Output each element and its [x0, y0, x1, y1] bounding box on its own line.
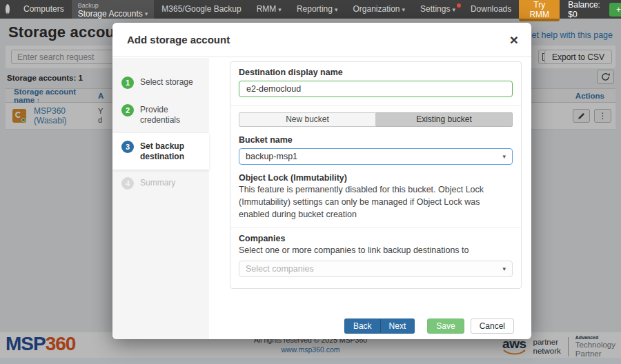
- caret-down-icon: ▾: [502, 153, 506, 160]
- caret-down-icon: ▾: [145, 10, 148, 17]
- display-name-label: Destination display name: [239, 68, 513, 77]
- companies-select[interactable]: Select companies ▾: [239, 261, 513, 277]
- step-number: 1: [121, 77, 134, 89]
- wizard-content: Destination display name New bucket Exis…: [209, 58, 531, 339]
- step-number: 3: [121, 141, 134, 153]
- modal-title: Add storage account: [127, 34, 230, 46]
- next-button[interactable]: Next: [381, 318, 415, 334]
- cancel-button[interactable]: Cancel: [471, 318, 514, 334]
- display-name-section: Destination display name: [230, 62, 521, 105]
- tab-existing-bucket[interactable]: Existing bucket: [376, 112, 513, 127]
- bucket-tabs: New bucket Existing bucket: [239, 112, 513, 127]
- nav-item-sublabel: Backup: [78, 2, 148, 9]
- bucket-section: New bucket Existing bucket Bucket name b…: [230, 105, 521, 228]
- nav-item-reporting[interactable]: Reporting▾: [289, 0, 346, 19]
- step-select-storage[interactable]: 1 Select storage: [112, 69, 209, 97]
- save-button[interactable]: Save: [427, 318, 464, 334]
- msp360-logo-icon: [6, 4, 10, 14]
- nav-item-organization[interactable]: Organization▾: [345, 0, 413, 19]
- tab-new-bucket[interactable]: New bucket: [239, 112, 376, 127]
- nav-item-downloads[interactable]: Downloads: [463, 0, 519, 19]
- nav-item-storage-accounts[interactable]: Backup Storage Accounts ▾: [72, 0, 155, 19]
- caret-down-icon: ▾: [452, 6, 455, 13]
- close-icon[interactable]: ×: [510, 33, 518, 47]
- try-rmm-button[interactable]: Try RMM: [519, 0, 560, 21]
- step-number: 4: [121, 177, 134, 190]
- balance-label: Balance: $0: [568, 0, 601, 19]
- nav-item-m365-google-backup[interactable]: M365/Google Backup: [154, 0, 248, 19]
- add-storage-account-modal: Add storage account × 1 Select storage 2…: [112, 23, 531, 339]
- caret-down-icon: ▾: [402, 6, 406, 13]
- companies-section: Companies Select one or more companies t…: [230, 228, 521, 288]
- back-button[interactable]: Back: [344, 318, 381, 334]
- nav-item-rmm[interactable]: RMM▾: [249, 0, 289, 19]
- caret-down-icon: ▾: [502, 265, 506, 272]
- wizard-stepper: 1 Select storage 2 Provide credentials 3…: [112, 58, 209, 339]
- step-provide-credentials[interactable]: 2 Provide credentials: [112, 97, 209, 133]
- navbar-right-cluster: Try RMM Balance: $0 + Add ▾ ? ▾ ▾: [519, 0, 621, 19]
- companies-label: Companies: [239, 234, 513, 243]
- companies-description: Select one or more companies to link bac…: [239, 245, 513, 255]
- display-name-input[interactable]: [239, 81, 513, 97]
- caret-down-icon: ▾: [278, 6, 282, 13]
- nav-item-computers[interactable]: Computers: [16, 0, 72, 19]
- top-navbar: Computers Backup Storage Accounts ▾ M365…: [0, 0, 621, 19]
- plus-icon: +: [616, 5, 621, 14]
- modal-body: 1 Select storage 2 Provide credentials 3…: [112, 58, 531, 339]
- nav-item-settings[interactable]: Settings▾: [413, 0, 463, 19]
- destination-form-panel: Destination display name New bucket Exis…: [230, 61, 522, 289]
- caret-down-icon: ▾: [335, 6, 338, 13]
- step-number: 2: [121, 104, 134, 117]
- modal-header: Add storage account ×: [112, 23, 531, 57]
- modal-footer: Back Next Save Cancel: [344, 318, 514, 334]
- bucket-name-select[interactable]: backup-msp1 ▾: [239, 148, 513, 165]
- object-lock-description: This feature is permanently disabled for…: [239, 184, 513, 221]
- bucket-name-label: Bucket name: [239, 135, 513, 145]
- step-set-backup-destination[interactable]: 3 Set backup destination: [112, 133, 209, 170]
- nav-item-label: Storage Accounts: [78, 9, 143, 19]
- object-lock-title: Object Lock (Immutability): [239, 173, 513, 183]
- notification-dot: [457, 3, 461, 8]
- add-button[interactable]: + Add ▾: [609, 3, 621, 17]
- step-summary: 4 Summary: [112, 170, 209, 197]
